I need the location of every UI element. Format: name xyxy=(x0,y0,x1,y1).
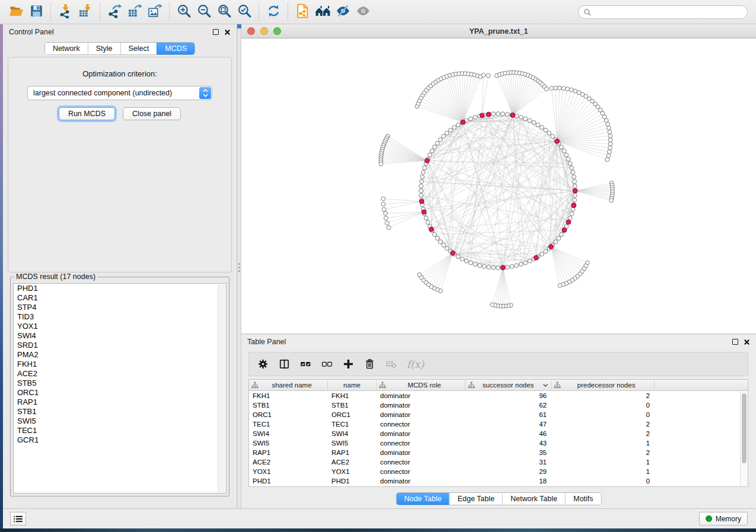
table-cell: STB1 xyxy=(328,400,377,410)
zoom-fit-button[interactable] xyxy=(214,3,234,21)
zoom-out-button[interactable] xyxy=(194,3,214,21)
save-session-button[interactable] xyxy=(26,3,46,21)
table-cell: FKH1 xyxy=(328,391,377,400)
show-hidden-button[interactable] xyxy=(353,3,373,21)
float-window-icon[interactable] xyxy=(732,339,738,345)
table-row[interactable]: TEC1TEC1connector472 xyxy=(249,419,740,429)
list-item[interactable]: TID3 xyxy=(14,312,226,322)
table-row[interactable]: FKH1FKH1dominator962 xyxy=(249,391,740,400)
list-item[interactable]: ACE2 xyxy=(14,369,226,379)
close-icon[interactable] xyxy=(744,339,750,345)
float-window-icon[interactable] xyxy=(213,29,219,35)
tab-network-table[interactable]: Network Table xyxy=(502,493,565,505)
minimize-window-button[interactable] xyxy=(260,27,268,35)
search-input[interactable] xyxy=(595,8,742,16)
select-all-button[interactable] xyxy=(300,358,311,370)
import-network-button[interactable] xyxy=(55,3,75,21)
list-item[interactable]: ORC1 xyxy=(14,388,226,398)
list-item[interactable]: STP4 xyxy=(14,303,226,312)
column-header-predecessor-nodes[interactable]: predecessor nodes xyxy=(551,380,655,390)
eye-icon xyxy=(356,4,371,21)
main-toolbar xyxy=(0,0,756,24)
deselect-all-button[interactable] xyxy=(321,358,333,370)
close-window-button[interactable] xyxy=(247,27,255,35)
node-table-body: FKH1FKH1dominator962STB1STB1dominator620… xyxy=(249,391,740,486)
search-field[interactable] xyxy=(578,5,748,19)
split-divider-corner[interactable] xyxy=(237,24,241,28)
tab-select[interactable]: Select xyxy=(120,43,157,55)
list-item[interactable]: SWI5 xyxy=(14,416,226,426)
maximize-window-button[interactable] xyxy=(273,27,281,35)
zoom-selected-button[interactable] xyxy=(234,3,254,21)
column-header-mcds-role[interactable]: MCDS role xyxy=(377,380,465,390)
table-row[interactable]: PHD1PHD1dominator180 xyxy=(249,476,740,486)
list-item[interactable]: SWI4 xyxy=(14,331,226,341)
list-item[interactable]: FKH1 xyxy=(14,360,226,369)
tab-mcds[interactable]: MCDS xyxy=(157,43,194,55)
table-header-row: shared name name MCDS role successor nod… xyxy=(249,380,748,391)
show-columns-button[interactable] xyxy=(279,358,290,370)
list-item[interactable]: TEC1 xyxy=(14,426,226,435)
table-cell: 2 xyxy=(551,429,655,438)
table-settings-button[interactable] xyxy=(257,358,269,370)
table-cell: 0 xyxy=(551,476,655,486)
column-header-successor-nodes[interactable]: successor nodes xyxy=(465,380,551,390)
list-item[interactable]: CAR1 xyxy=(14,293,226,303)
tab-style[interactable]: Style xyxy=(88,43,120,55)
table-cell: 18 xyxy=(465,476,551,486)
table-row[interactable]: ORC1ORC1dominator610 xyxy=(249,410,740,419)
mcds-result-list[interactable]: PHD1CAR1STP4TID3YOX1SWI4SRD1PMA2FKH1ACE2… xyxy=(13,283,227,493)
add-column-button[interactable] xyxy=(343,358,354,370)
delete-column-button[interactable] xyxy=(364,358,375,370)
criterion-dropdown[interactable]: largest connected component (undirected) xyxy=(27,86,212,100)
network-graph[interactable] xyxy=(241,39,756,334)
export-table-button[interactable] xyxy=(125,3,145,21)
list-item[interactable]: PHD1 xyxy=(14,284,226,293)
memory-button[interactable]: Memory xyxy=(699,512,748,525)
list-item[interactable]: YOX1 xyxy=(14,322,226,331)
table-row[interactable]: SWI5SWI5connector431 xyxy=(249,438,740,448)
list-item[interactable]: STB1 xyxy=(14,407,226,416)
table-row[interactable]: YOX1YOX1connector291 xyxy=(249,467,740,476)
open-file-button[interactable] xyxy=(6,3,26,21)
run-mcds-button[interactable]: Run MCDS xyxy=(59,107,115,120)
list-item[interactable]: GCR1 xyxy=(14,435,226,445)
toolbar-separator xyxy=(288,3,288,21)
zoom-in-button[interactable] xyxy=(174,3,194,21)
show-all-networks-button[interactable] xyxy=(312,3,333,21)
tab-node-table[interactable]: Node Table xyxy=(397,493,449,505)
network-window-titlebar[interactable]: YPA_prune.txt_1 xyxy=(241,24,756,39)
table-row[interactable]: SWI4SWI4dominator462 xyxy=(249,429,740,438)
import-table-button[interactable] xyxy=(75,3,95,21)
tab-network[interactable]: Network xyxy=(45,43,88,55)
export-network-button[interactable] xyxy=(104,3,125,21)
column-header-shared-name[interactable]: shared name xyxy=(249,380,328,390)
list-item[interactable]: SRD1 xyxy=(14,341,226,350)
close-icon[interactable] xyxy=(224,29,231,36)
table-cell-filler xyxy=(655,400,740,410)
result-list-scrollbar[interactable] xyxy=(218,284,225,492)
column-header-name[interactable]: name xyxy=(328,380,377,390)
list-item[interactable]: STB5 xyxy=(14,379,226,388)
table-row[interactable]: STB1STB1dominator620 xyxy=(249,400,740,410)
table-row[interactable]: RAP1RAP1dominator352 xyxy=(249,448,740,457)
network-canvas[interactable] xyxy=(241,39,756,334)
optimization-criterion-label: Optimization criterion: xyxy=(8,69,231,78)
table-cell: 1 xyxy=(551,467,655,476)
list-item[interactable]: PMA2 xyxy=(14,350,226,360)
split-divider-grip-icon[interactable] xyxy=(238,263,240,274)
table-cell: 47 xyxy=(465,419,551,429)
table-row[interactable]: ACE2ACE2connector311 xyxy=(249,457,740,467)
table-scrollbar[interactable] xyxy=(740,391,748,486)
list-item[interactable]: RAP1 xyxy=(14,398,226,407)
refresh-button[interactable] xyxy=(263,3,283,21)
tab-edge-table[interactable]: Edge Table xyxy=(449,493,502,505)
close-panel-button[interactable]: Close panel xyxy=(123,107,181,120)
hide-selected-button[interactable] xyxy=(333,3,353,21)
tab-motifs[interactable]: Motifs xyxy=(565,493,601,505)
panel-menu-button[interactable] xyxy=(10,512,26,525)
table-scrollbar-thumb[interactable] xyxy=(742,393,747,463)
export-image-button[interactable] xyxy=(145,3,165,21)
new-network-from-selection-button[interactable] xyxy=(292,3,312,21)
table-cell: 29 xyxy=(465,467,551,476)
